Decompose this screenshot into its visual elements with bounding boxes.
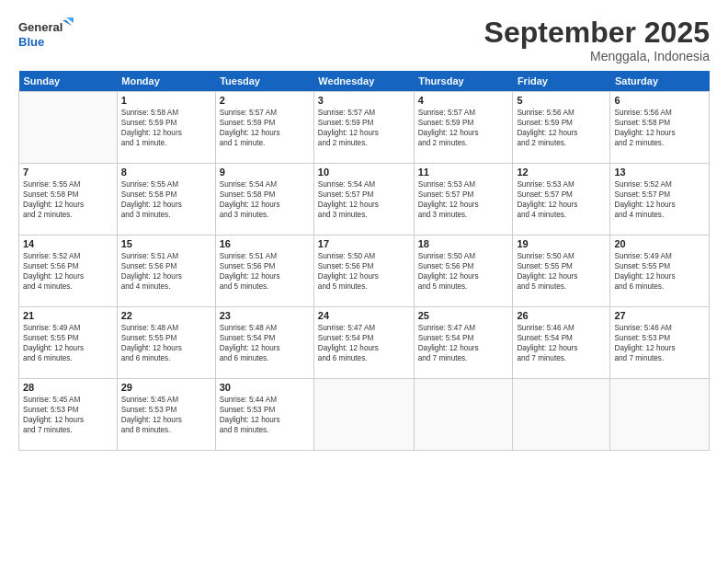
day-cell-w5-d1: 29Sunrise: 5:45 AMSunset: 5:53 PMDayligh… (117, 379, 215, 451)
day-cell-w4-d6: 27Sunrise: 5:46 AMSunset: 5:53 PMDayligh… (610, 307, 710, 379)
week-row-3: 14Sunrise: 5:52 AMSunset: 5:56 PMDayligh… (19, 236, 710, 307)
day-cell-w2-d5: 12Sunrise: 5:53 AMSunset: 5:57 PMDayligh… (513, 164, 610, 236)
day-number: 1 (121, 95, 211, 106)
day-number: 24 (318, 310, 410, 321)
day-cell-w3-d2: 16Sunrise: 5:51 AMSunset: 5:56 PMDayligh… (215, 236, 313, 307)
day-number: 19 (517, 238, 606, 249)
day-number: 12 (517, 167, 606, 178)
day-cell-w4-d1: 22Sunrise: 5:48 AMSunset: 5:55 PMDayligh… (117, 307, 215, 379)
day-number: 29 (121, 382, 211, 393)
day-cell-w1-d5: 5Sunrise: 5:56 AMSunset: 5:59 PMDaylight… (513, 92, 610, 164)
week-row-1: 1Sunrise: 5:58 AMSunset: 5:59 PMDaylight… (19, 92, 710, 164)
header-saturday: Saturday (610, 71, 710, 92)
logo: General Blue (18, 17, 74, 52)
day-number: 21 (23, 310, 113, 321)
calendar-body: 1Sunrise: 5:58 AMSunset: 5:59 PMDaylight… (19, 92, 710, 451)
day-number: 22 (121, 310, 211, 321)
day-number: 7 (23, 167, 113, 178)
day-cell-w3-d5: 19Sunrise: 5:50 AMSunset: 5:55 PMDayligh… (513, 236, 610, 307)
week-row-4: 21Sunrise: 5:49 AMSunset: 5:55 PMDayligh… (19, 307, 710, 379)
day-number: 10 (318, 167, 410, 178)
day-cell-w1-d6: 6Sunrise: 5:56 AMSunset: 5:58 PMDaylight… (610, 92, 710, 164)
day-info: Sunrise: 5:55 AMSunset: 5:58 PMDaylight:… (121, 179, 211, 220)
svg-marker-1 (63, 20, 72, 26)
day-cell-w5-d2: 30Sunrise: 5:44 AMSunset: 5:53 PMDayligh… (215, 379, 313, 451)
week-row-2: 7Sunrise: 5:55 AMSunset: 5:58 PMDaylight… (19, 164, 710, 236)
day-info: Sunrise: 5:49 AMSunset: 5:55 PMDaylight:… (614, 251, 705, 292)
svg-text:General: General (18, 20, 63, 34)
header-friday: Friday (513, 71, 610, 92)
day-number: 2 (220, 95, 310, 106)
day-number: 20 (614, 238, 705, 249)
day-cell-w5-d6 (610, 379, 710, 451)
day-number: 3 (318, 95, 410, 106)
day-number: 18 (418, 238, 509, 249)
day-cell-w3-d4: 18Sunrise: 5:50 AMSunset: 5:56 PMDayligh… (414, 236, 513, 307)
day-cell-w4-d2: 23Sunrise: 5:48 AMSunset: 5:54 PMDayligh… (215, 307, 313, 379)
day-info: Sunrise: 5:56 AMSunset: 5:59 PMDaylight:… (517, 108, 606, 148)
day-cell-w1-d1: 1Sunrise: 5:58 AMSunset: 5:59 PMDaylight… (117, 92, 215, 164)
day-cell-w1-d0 (19, 92, 118, 164)
day-number: 27 (614, 310, 705, 321)
day-cell-w3-d3: 17Sunrise: 5:50 AMSunset: 5:56 PMDayligh… (313, 236, 414, 307)
day-cell-w2-d2: 9Sunrise: 5:54 AMSunset: 5:58 PMDaylight… (215, 164, 313, 236)
day-info: Sunrise: 5:54 AMSunset: 5:57 PMDaylight:… (318, 179, 410, 220)
day-info: Sunrise: 5:56 AMSunset: 5:58 PMDaylight:… (614, 108, 705, 148)
day-info: Sunrise: 5:54 AMSunset: 5:58 PMDaylight:… (220, 179, 310, 220)
day-cell-w5-d0: 28Sunrise: 5:45 AMSunset: 5:53 PMDayligh… (19, 379, 118, 451)
day-cell-w2-d4: 11Sunrise: 5:53 AMSunset: 5:57 PMDayligh… (414, 164, 513, 236)
day-cell-w2-d1: 8Sunrise: 5:55 AMSunset: 5:58 PMDaylight… (117, 164, 215, 236)
week-row-5: 28Sunrise: 5:45 AMSunset: 5:53 PMDayligh… (19, 379, 710, 451)
day-info: Sunrise: 5:49 AMSunset: 5:55 PMDaylight:… (23, 323, 113, 363)
svg-text:Blue: Blue (18, 35, 44, 49)
day-info: Sunrise: 5:46 AMSunset: 5:54 PMDaylight:… (517, 323, 606, 363)
day-cell-w1-d4: 4Sunrise: 5:57 AMSunset: 5:59 PMDaylight… (414, 92, 513, 164)
day-cell-w3-d6: 20Sunrise: 5:49 AMSunset: 5:55 PMDayligh… (610, 236, 710, 307)
day-number: 15 (121, 238, 211, 249)
day-cell-w3-d0: 14Sunrise: 5:52 AMSunset: 5:56 PMDayligh… (19, 236, 118, 307)
calendar-table: Sunday Monday Tuesday Wednesday Thursday… (18, 71, 710, 451)
header-monday: Monday (117, 71, 215, 92)
header-thursday: Thursday (414, 71, 513, 92)
subtitle: Menggala, Indonesia (484, 49, 710, 63)
header-tuesday: Tuesday (215, 71, 313, 92)
header-wednesday: Wednesday (313, 71, 414, 92)
day-cell-w3-d1: 15Sunrise: 5:51 AMSunset: 5:56 PMDayligh… (117, 236, 215, 307)
day-info: Sunrise: 5:50 AMSunset: 5:55 PMDaylight:… (517, 251, 606, 292)
day-number: 4 (418, 95, 509, 106)
day-cell-w4-d5: 26Sunrise: 5:46 AMSunset: 5:54 PMDayligh… (513, 307, 610, 379)
day-info: Sunrise: 5:52 AMSunset: 5:56 PMDaylight:… (23, 251, 113, 292)
day-info: Sunrise: 5:51 AMSunset: 5:56 PMDaylight:… (121, 251, 211, 292)
day-cell-w2-d0: 7Sunrise: 5:55 AMSunset: 5:58 PMDaylight… (19, 164, 118, 236)
day-info: Sunrise: 5:57 AMSunset: 5:59 PMDaylight:… (418, 108, 509, 148)
day-info: Sunrise: 5:50 AMSunset: 5:56 PMDaylight:… (318, 251, 410, 292)
day-cell-w5-d5 (513, 379, 610, 451)
month-title: September 2025 (484, 17, 710, 49)
calendar-page: General Blue September 2025 Menggala, In… (0, 0, 728, 563)
day-cell-w4-d3: 24Sunrise: 5:47 AMSunset: 5:54 PMDayligh… (313, 307, 414, 379)
day-number: 13 (614, 167, 705, 178)
day-number: 26 (517, 310, 606, 321)
day-info: Sunrise: 5:57 AMSunset: 5:59 PMDaylight:… (220, 108, 310, 148)
day-info: Sunrise: 5:48 AMSunset: 5:55 PMDaylight:… (121, 323, 211, 363)
day-info: Sunrise: 5:53 AMSunset: 5:57 PMDaylight:… (418, 179, 509, 220)
day-number: 28 (23, 382, 113, 393)
day-info: Sunrise: 5:45 AMSunset: 5:53 PMDaylight:… (121, 395, 211, 435)
day-cell-w1-d3: 3Sunrise: 5:57 AMSunset: 5:59 PMDaylight… (313, 92, 414, 164)
day-number: 5 (517, 95, 606, 106)
title-block: September 2025 Menggala, Indonesia (484, 17, 710, 63)
day-info: Sunrise: 5:51 AMSunset: 5:56 PMDaylight:… (220, 251, 310, 292)
day-number: 6 (614, 95, 705, 106)
day-number: 17 (318, 238, 410, 249)
day-info: Sunrise: 5:47 AMSunset: 5:54 PMDaylight:… (418, 323, 509, 363)
day-number: 23 (220, 310, 310, 321)
day-info: Sunrise: 5:45 AMSunset: 5:53 PMDaylight:… (23, 395, 113, 435)
day-cell-w2-d6: 13Sunrise: 5:52 AMSunset: 5:57 PMDayligh… (610, 164, 710, 236)
day-info: Sunrise: 5:55 AMSunset: 5:58 PMDaylight:… (23, 179, 113, 220)
day-info: Sunrise: 5:48 AMSunset: 5:54 PMDaylight:… (220, 323, 310, 363)
day-number: 30 (220, 382, 310, 393)
header: General Blue September 2025 Menggala, In… (18, 17, 710, 63)
day-cell-w2-d3: 10Sunrise: 5:54 AMSunset: 5:57 PMDayligh… (313, 164, 414, 236)
day-info: Sunrise: 5:44 AMSunset: 5:53 PMDaylight:… (220, 395, 310, 435)
day-cell-w4-d0: 21Sunrise: 5:49 AMSunset: 5:55 PMDayligh… (19, 307, 118, 379)
